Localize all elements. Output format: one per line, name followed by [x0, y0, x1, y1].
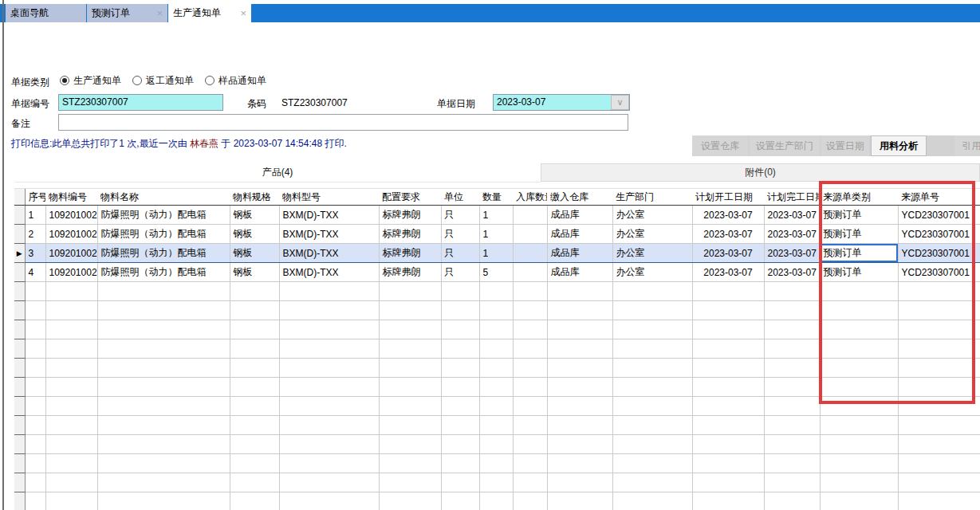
table-cell[interactable]: [513, 416, 547, 435]
table-cell[interactable]: [547, 492, 612, 510]
table-cell[interactable]: [513, 244, 547, 263]
table-cell[interactable]: [97, 359, 230, 378]
row-selector-cell[interactable]: [14, 378, 25, 397]
row-selector-cell[interactable]: [14, 473, 25, 492]
tab-products[interactable]: 产品(4): [14, 163, 541, 182]
table-cell[interactable]: [513, 320, 547, 339]
table-cell[interactable]: [612, 301, 692, 320]
table-cell[interactable]: [279, 416, 379, 435]
column-header-7[interactable]: 数量: [479, 189, 513, 206]
table-cell[interactable]: 办公室: [612, 244, 692, 263]
table-cell[interactable]: [547, 359, 612, 378]
close-icon[interactable]: ×: [240, 8, 246, 18]
table-cell[interactable]: [898, 282, 980, 301]
table-row[interactable]: 21092010021防爆照明（动力）配电箱钢板BXM(D)-TXX标牌弗朗只1…: [14, 225, 980, 244]
table-cell[interactable]: [230, 378, 279, 397]
table-cell[interactable]: 1: [479, 244, 513, 263]
table-cell[interactable]: 2: [25, 225, 45, 244]
table-cell[interactable]: [97, 282, 230, 301]
table-cell[interactable]: [547, 320, 612, 339]
table-cell[interactable]: [547, 378, 612, 397]
table-cell[interactable]: [513, 263, 547, 282]
table-cell[interactable]: [25, 301, 45, 320]
table-cell[interactable]: BXM(D)-TXX: [279, 225, 379, 244]
table-cell[interactable]: [479, 416, 513, 435]
table-cell[interactable]: [230, 282, 279, 301]
table-cell[interactable]: [379, 416, 441, 435]
table-cell[interactable]: [612, 282, 692, 301]
table-cell[interactable]: [513, 339, 547, 359]
table-cell[interactable]: [441, 339, 479, 359]
table-cell[interactable]: [230, 473, 279, 492]
table-cell[interactable]: [820, 320, 898, 339]
table-cell[interactable]: [379, 473, 441, 492]
table-cell[interactable]: [692, 397, 764, 416]
empty-table-row[interactable]: [14, 320, 980, 339]
table-cell[interactable]: [692, 416, 764, 435]
row-selector-cell[interactable]: [14, 416, 25, 435]
doc-no-input[interactable]: STZ230307007: [58, 94, 223, 111]
table-cell[interactable]: [692, 454, 764, 473]
table-cell[interactable]: [612, 378, 692, 397]
empty-table-row[interactable]: [14, 397, 980, 416]
table-cell[interactable]: [513, 435, 547, 454]
row-selector-cell[interactable]: [14, 320, 25, 339]
table-cell[interactable]: [441, 492, 479, 510]
column-header-10[interactable]: 生产部门: [612, 189, 692, 206]
table-cell[interactable]: 防爆照明（动力）配电箱: [97, 244, 230, 263]
radio-icon[interactable]: [60, 76, 69, 85]
table-cell[interactable]: [764, 339, 820, 359]
table-cell[interactable]: [898, 320, 980, 339]
table-cell[interactable]: [45, 397, 97, 416]
table-cell[interactable]: [25, 282, 45, 301]
table-cell[interactable]: BXM(D)-TXX: [279, 244, 379, 263]
table-cell[interactable]: [692, 301, 764, 320]
column-header-5[interactable]: 配置要求: [379, 189, 441, 206]
table-cell[interactable]: [279, 359, 379, 378]
table-cell[interactable]: [692, 492, 764, 510]
column-header-0[interactable]: 序号: [25, 189, 45, 206]
table-cell[interactable]: [513, 282, 547, 301]
table-cell[interactable]: 2023-03-07: [764, 206, 820, 225]
empty-table-row[interactable]: [14, 339, 980, 359]
table-cell[interactable]: 办公室: [612, 206, 692, 225]
row-selector-cell[interactable]: [14, 454, 25, 473]
table-cell[interactable]: [479, 282, 513, 301]
table-cell[interactable]: YCD230307001: [898, 263, 980, 282]
focused-cell[interactable]: 预测订单: [820, 244, 898, 263]
table-cell[interactable]: [25, 359, 45, 378]
table-cell[interactable]: [97, 473, 230, 492]
table-cell[interactable]: 2023-03-07: [692, 263, 764, 282]
doc-date-dropdown-button[interactable]: ∨: [611, 95, 629, 110]
remark-input[interactable]: [58, 114, 628, 131]
column-header-9[interactable]: 缴入仓库: [547, 189, 612, 206]
table-cell[interactable]: [692, 359, 764, 378]
table-cell[interactable]: [764, 301, 820, 320]
table-cell[interactable]: 预测订单: [820, 206, 898, 225]
table-cell[interactable]: [279, 378, 379, 397]
table-cell[interactable]: [279, 397, 379, 416]
table-cell[interactable]: [612, 359, 692, 378]
table-cell[interactable]: [764, 416, 820, 435]
table-cell[interactable]: [379, 454, 441, 473]
table-cell[interactable]: 4: [25, 263, 45, 282]
row-selector-cell[interactable]: [14, 359, 25, 378]
table-cell[interactable]: 只: [441, 225, 479, 244]
tab-attachments[interactable]: 附件(0): [541, 163, 980, 182]
table-cell[interactable]: YCD230307001: [898, 244, 980, 263]
table-cell[interactable]: 3: [25, 244, 45, 263]
table-cell[interactable]: [25, 492, 45, 510]
table-cell[interactable]: [820, 339, 898, 359]
empty-table-row[interactable]: [14, 301, 980, 320]
table-cell[interactable]: [764, 473, 820, 492]
column-header-14[interactable]: 来源单号: [898, 189, 980, 206]
table-cell[interactable]: [547, 454, 612, 473]
table-cell[interactable]: [441, 454, 479, 473]
table-cell[interactable]: [45, 473, 97, 492]
table-cell[interactable]: [898, 492, 980, 510]
table-cell[interactable]: [513, 397, 547, 416]
table-cell[interactable]: [97, 454, 230, 473]
table-cell[interactable]: [45, 416, 97, 435]
empty-table-row[interactable]: [14, 492, 980, 510]
table-cell[interactable]: [764, 378, 820, 397]
